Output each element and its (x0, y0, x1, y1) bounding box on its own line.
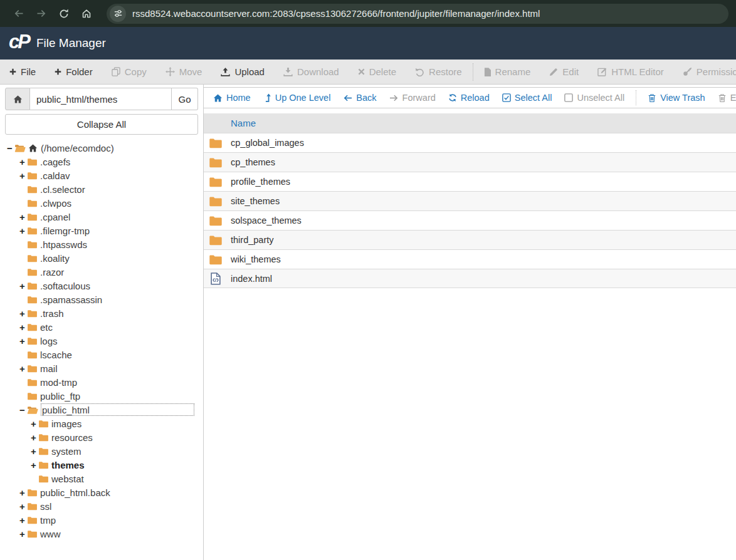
expand-toggle[interactable]: + (29, 432, 38, 443)
tree-item-images[interactable]: +images (0, 417, 203, 430)
tree-item-logs[interactable]: +logs (0, 334, 203, 348)
file-button-file[interactable]: File (0, 66, 45, 77)
browser-home-icon[interactable] (75, 3, 98, 24)
tree-item-cl-selector[interactable]: .cl.selector (0, 182, 203, 196)
selected-item-outline: public_html (41, 403, 194, 416)
folder-icon (27, 213, 38, 221)
folder-icon (38, 447, 49, 455)
expand-toggle[interactable]: + (18, 226, 27, 236)
tree-item-webstat[interactable]: webstat (0, 472, 203, 485)
expand-toggle[interactable]: + (18, 322, 27, 333)
folder-icon (27, 158, 38, 166)
browser-reload-icon[interactable] (53, 3, 75, 24)
nav-button-select-all[interactable]: Select All (502, 93, 552, 103)
tree-item-mail[interactable]: +mail (0, 361, 203, 375)
expand-toggle[interactable]: + (18, 487, 27, 498)
nav-button-home[interactable]: Home (213, 93, 251, 103)
tree-item-htpasswds[interactable]: .htpasswds (0, 237, 203, 251)
file-row-third-party[interactable]: third_party (204, 230, 736, 249)
expand-toggle[interactable]: + (29, 418, 38, 429)
trash-icon (648, 93, 656, 103)
expand-toggle[interactable]: + (18, 170, 27, 181)
checkbox-checked-icon (502, 93, 511, 102)
expand-toggle[interactable]: + (18, 157, 27, 167)
button-label: Reload (461, 93, 490, 103)
tree-item-resources[interactable]: +resources (0, 430, 203, 444)
page-title: File Manager (36, 36, 106, 50)
tree-item-koality[interactable]: .koality (0, 251, 203, 265)
tree-item-themes[interactable]: +themes (0, 458, 203, 472)
collapse-toggle[interactable]: − (5, 143, 14, 153)
file-button-folder[interactable]: Folder (45, 66, 102, 77)
tree-item-home-ecomdoc[interactable]: −(/home/ecomdoc) (0, 141, 203, 155)
tree-item-trash[interactable]: +.trash (0, 306, 203, 320)
tree-item-ssl[interactable]: +ssl (0, 499, 203, 513)
expand-toggle[interactable]: + (29, 446, 38, 457)
file-row-cp-themes[interactable]: cp_themes (204, 152, 736, 172)
address-bar[interactable]: rssd8524.webaccountserver.com:2083/cpses… (107, 4, 728, 24)
file-name: third_party (231, 235, 274, 245)
folder-lg-icon (209, 177, 223, 187)
file-row-wiki-themes[interactable]: wiki_themes (204, 249, 736, 269)
browser-back-icon[interactable] (8, 3, 30, 24)
tree-item-public-html[interactable]: −public_html (0, 403, 203, 417)
file-row-cp-global-images[interactable]: cp_global_images (204, 133, 736, 152)
folder-icon (38, 420, 49, 428)
button-label: Back (356, 93, 376, 103)
tree-item-label: public_html.back (40, 487, 110, 498)
content: Go Collapse All −(/home/ecomdoc)+.cagefs… (0, 85, 736, 560)
tree-item-softaculous[interactable]: +.softaculous (0, 279, 203, 293)
tree-item-cpanel[interactable]: +.cpanel (0, 210, 203, 224)
expand-toggle[interactable]: + (29, 460, 38, 470)
file-row-site-themes[interactable]: site_themes (204, 191, 736, 210)
file-button-upload[interactable]: Upload (211, 66, 274, 77)
tree-item-public-ftp[interactable]: public_ftp (0, 389, 203, 403)
expand-toggle[interactable]: + (18, 308, 27, 319)
file-row-profile-themes[interactable]: profile_themes (204, 172, 736, 191)
app-header: cP File Manager (0, 27, 736, 60)
tree-item-spamassassin[interactable]: .spamassassin (0, 293, 203, 306)
tree-item-lscache[interactable]: lscache (0, 348, 203, 361)
tree-item-caldav[interactable]: +.caldav (0, 169, 203, 182)
expand-toggle[interactable]: + (18, 212, 27, 222)
file-row-solspace-themes[interactable]: solspace_themes (204, 210, 736, 230)
nav-button-reload[interactable]: Reload (448, 93, 490, 103)
tree-item-www[interactable]: +www (0, 527, 203, 541)
expand-toggle[interactable]: + (18, 336, 27, 346)
tree-item-razor[interactable]: .razor (0, 265, 203, 279)
collapse-toggle[interactable]: − (18, 405, 27, 415)
expand-toggle[interactable]: + (18, 529, 27, 539)
nav-button-view-trash[interactable]: View Trash (648, 93, 705, 103)
collapse-all-button[interactable]: Collapse All (5, 114, 198, 135)
home-icon (28, 144, 38, 152)
expand-toggle[interactable]: + (18, 281, 27, 291)
nav-button-back[interactable]: Back (343, 93, 376, 103)
go-button[interactable]: Go (172, 88, 198, 110)
tree-item-clwpos[interactable]: .clwpos (0, 196, 203, 210)
home-icon (13, 95, 23, 103)
nav-toolbar: HomeUp One LevelBackForwardReloadSelect … (204, 87, 736, 108)
home-path-button[interactable] (5, 88, 30, 110)
tree-item-tmp[interactable]: +tmp (0, 513, 203, 527)
tree-item-etc[interactable]: +etc (0, 320, 203, 334)
path-input[interactable] (30, 88, 172, 110)
tree-item-label: ssl (40, 501, 51, 512)
expand-toggle[interactable]: + (18, 515, 27, 526)
column-header-name[interactable]: Name (231, 118, 256, 128)
tree-item-label: tmp (40, 515, 56, 526)
tree-item-mod-tmp[interactable]: mod-tmp (0, 375, 203, 389)
browser-forward-icon[interactable] (30, 3, 53, 24)
tree-item-public-html-back[interactable]: +public_html.back (0, 485, 203, 499)
site-settings-icon[interactable] (110, 6, 126, 22)
expand-toggle[interactable]: + (18, 363, 27, 374)
nav-button-up-one-level[interactable]: Up One Level (263, 93, 331, 103)
tree-item-filemgr-tmp[interactable]: +.filemgr-tmp (0, 224, 203, 237)
file-row-index-html[interactable]: index.html (204, 269, 736, 288)
tree-item-system[interactable]: +system (0, 444, 203, 458)
up-one-level-icon (263, 93, 271, 102)
expand-toggle[interactable]: + (18, 501, 27, 512)
folder-icon (27, 323, 38, 331)
tree-item-cagefs[interactable]: +.cagefs (0, 155, 203, 169)
button-label: Up One Level (275, 93, 331, 103)
file-name: wiki_themes (231, 254, 281, 264)
